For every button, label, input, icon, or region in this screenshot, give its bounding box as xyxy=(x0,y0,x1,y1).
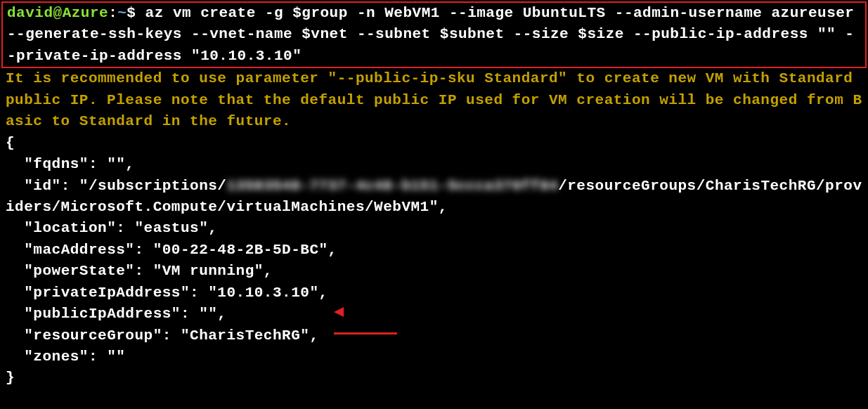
json-id-prefix: "id": "/subscriptions/ xyxy=(6,178,226,194)
command-highlight-box: david@Azure:~$ az vm create -g $group -n… xyxy=(1,1,867,68)
prompt-dollar: $ xyxy=(127,5,136,21)
warning-text: It is recommended to use parameter "--pu… xyxy=(6,70,862,129)
json-id-blurred: 13583548-7737-4c48-b151-5ccca370ff84 xyxy=(226,178,558,194)
json-mac: "macAddress": "00-22-48-2B-5D-BC", xyxy=(6,242,337,258)
command-text: az vm create -g $group -n WebVM1 --image… xyxy=(7,5,864,64)
arrow-line-icon xyxy=(334,332,397,335)
json-location: "location": "eastus", xyxy=(6,220,217,236)
prompt-at: @ xyxy=(53,5,63,21)
arrow-head-icon xyxy=(334,307,344,317)
json-zones: "zones": "" xyxy=(6,349,125,365)
prompt-user: david xyxy=(7,5,53,21)
json-close-brace: } xyxy=(6,370,15,386)
prompt-path: ~ xyxy=(117,5,127,21)
json-open-brace: { xyxy=(6,135,15,151)
json-public-ip: "publicIpAddress": "", xyxy=(6,306,226,322)
prompt-colon: : xyxy=(108,5,117,21)
prompt-host: Azure xyxy=(63,5,109,21)
terminal-output[interactable]: david@Azure:~$ az vm create -g $group -n… xyxy=(6,1,862,389)
json-power: "powerState": "VM running", xyxy=(6,263,273,279)
json-fqdns: "fqdns": "", xyxy=(6,156,134,172)
json-private-ip: "privateIpAddress": "10.10.3.10", xyxy=(6,285,328,301)
json-rg: "resourceGroup": "CharisTechRG", xyxy=(6,327,318,344)
